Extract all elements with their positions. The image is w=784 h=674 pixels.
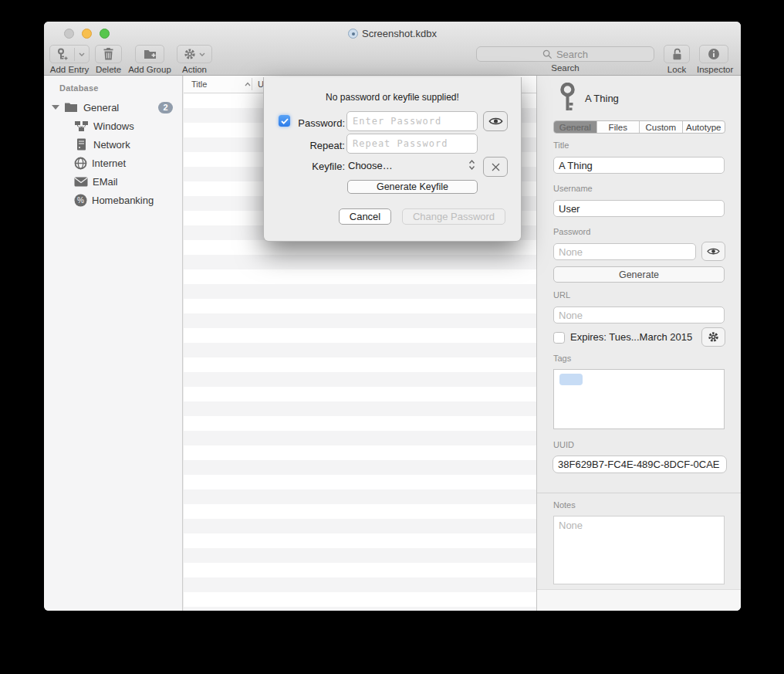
- chevron-down-icon: [199, 52, 205, 56]
- sidebar-item-email[interactable]: EMail: [44, 172, 182, 191]
- tags-label: Tags: [553, 354, 571, 363]
- add-entry-dropdown[interactable]: [75, 52, 89, 56]
- keyfile-popup[interactable]: Choose…: [348, 160, 393, 171]
- key-plus-icon: [50, 48, 75, 61]
- dialog-keyfile-label: Keyfile:: [292, 161, 345, 172]
- dialog-repeat-label: Repeat:: [292, 140, 345, 151]
- add-group-label: Add Group: [127, 65, 172, 74]
- add-entry-button[interactable]: [49, 45, 90, 63]
- uuid-field[interactable]: [553, 456, 727, 473]
- tab-autotype[interactable]: Autotype: [683, 121, 725, 133]
- column-header-title[interactable]: Title: [191, 80, 207, 89]
- inspector-footer: [537, 589, 741, 611]
- title-label: Title: [553, 141, 569, 150]
- generate-password-button[interactable]: Generate: [553, 266, 725, 283]
- sidebar-item-label: Homebanking: [92, 195, 154, 206]
- search-input[interactable]: Search: [476, 46, 654, 62]
- entry-count-badge: 2: [158, 102, 173, 113]
- cancel-button[interactable]: Cancel: [339, 208, 391, 225]
- close-x-icon: [492, 163, 500, 171]
- app-window: Screenshot.kdbx Add Entry Delete: [44, 22, 741, 611]
- uuid-label: UUID: [553, 440, 574, 449]
- inspector-tabs: General Files Custom Autotype: [553, 120, 725, 134]
- dialog-password-field[interactable]: [346, 111, 478, 131]
- password-label: Password: [553, 227, 590, 236]
- notes-label: Notes: [553, 500, 576, 510]
- tags-field[interactable]: [553, 369, 725, 429]
- sidebar-item-label: Network: [93, 139, 130, 151]
- tab-custom[interactable]: Custom: [640, 121, 683, 133]
- gear-icon: [184, 48, 196, 60]
- delete-button[interactable]: [95, 45, 122, 63]
- change-password-button[interactable]: Change Password: [402, 208, 505, 225]
- disclosure-triangle-icon[interactable]: [52, 105, 59, 110]
- tag-token[interactable]: [559, 374, 583, 385]
- sidebar-item-windows[interactable]: Windows: [44, 117, 182, 135]
- eye-icon: [707, 247, 720, 256]
- dialog-reveal-button[interactable]: [483, 111, 508, 131]
- percent-icon: %: [74, 194, 87, 207]
- sidebar-item-label: Internet: [92, 157, 126, 169]
- delete-label: Delete: [95, 65, 122, 74]
- sidebar-item-network[interactable]: Network: [44, 135, 182, 154]
- url-label: URL: [553, 290, 570, 300]
- folder-icon: [64, 102, 78, 113]
- column-divider[interactable]: [252, 78, 252, 90]
- sidebar-item-label: EMail: [93, 176, 118, 188]
- reveal-password-button[interactable]: [701, 242, 725, 261]
- key-icon: [558, 83, 577, 117]
- server-icon: [74, 138, 89, 151]
- checkmark-icon: [281, 118, 289, 124]
- magnifier-icon: [542, 49, 553, 59]
- padlock-open-icon: [671, 48, 683, 61]
- sidebar-item-general[interactable]: General 2: [44, 98, 182, 117]
- envelope-icon: [74, 177, 88, 187]
- window-title: Screenshot.kdbx: [44, 28, 741, 39]
- lock-button[interactable]: [664, 45, 690, 63]
- url-field[interactable]: [553, 307, 725, 323]
- change-password-sheet: No password or keyfile supplied! Passwor…: [263, 77, 522, 242]
- search-placeholder: Search: [556, 49, 588, 60]
- username-field[interactable]: [553, 200, 725, 217]
- password-checkbox[interactable]: [279, 115, 290, 127]
- username-label: Username: [553, 184, 593, 193]
- sort-ascending-icon: [245, 82, 251, 86]
- password-field[interactable]: [553, 243, 696, 260]
- dialog-password-label: Password:: [292, 117, 345, 129]
- expires-checkbox[interactable]: [553, 332, 565, 344]
- add-group-button[interactable]: [135, 45, 164, 63]
- chevron-down-icon: [79, 52, 85, 56]
- sidebar-item-label: General: [83, 102, 119, 113]
- trash-icon: [103, 48, 113, 60]
- generate-keyfile-button[interactable]: Generate Keyfile: [347, 180, 478, 194]
- lock-label: Lock: [664, 65, 690, 74]
- clear-keyfile-button[interactable]: [483, 157, 508, 177]
- folder-plus-icon: [144, 49, 157, 59]
- action-label: Action: [177, 65, 212, 74]
- sidebar-item-homebanking[interactable]: % Homebanking: [44, 191, 182, 209]
- expires-settings-button[interactable]: [701, 327, 725, 347]
- info-icon: [708, 48, 720, 60]
- inspector-button[interactable]: [699, 45, 728, 63]
- window-header: Screenshot.kdbx Add Entry Delete: [44, 22, 741, 76]
- inspector-label: Inspector: [697, 65, 731, 74]
- title-field[interactable]: [553, 157, 725, 174]
- sidebar-item-internet[interactable]: Internet: [44, 154, 182, 172]
- eye-icon: [488, 117, 503, 126]
- notes-field[interactable]: [553, 516, 725, 584]
- sidebar: Database General 2 Windows Network: [44, 76, 183, 611]
- globe-icon: [74, 157, 87, 170]
- tab-general[interactable]: General: [554, 121, 597, 133]
- expires-label: Expires: Tues...March 2015: [570, 331, 692, 343]
- add-entry-label: Add Entry: [49, 65, 90, 74]
- tab-files[interactable]: Files: [597, 121, 640, 133]
- svg-text:%: %: [77, 196, 84, 205]
- windows-network-icon: [74, 120, 89, 132]
- sidebar-item-label: Windows: [93, 120, 134, 132]
- entry-title: A Thing: [585, 93, 619, 104]
- notes-divider: [537, 493, 741, 493]
- dialog-repeat-field[interactable]: [346, 134, 478, 154]
- search-label: Search: [476, 63, 654, 73]
- stepper-icon[interactable]: [468, 159, 475, 174]
- action-button[interactable]: [177, 45, 212, 63]
